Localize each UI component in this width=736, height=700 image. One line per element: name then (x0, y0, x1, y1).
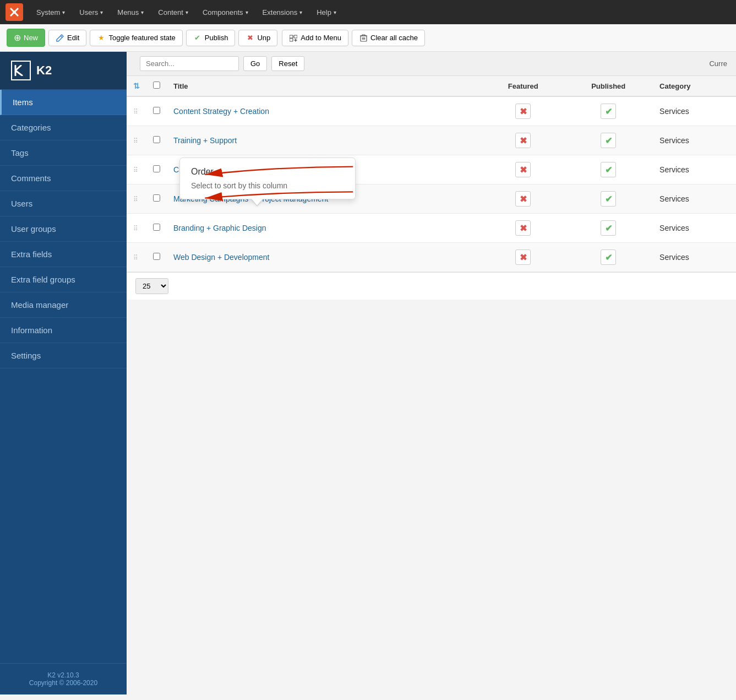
featured-status-icon[interactable]: ✖ (515, 220, 531, 236)
order-tooltip: Order Select to sort by this column (179, 158, 356, 199)
row-published: ✔ (564, 214, 653, 243)
th-published: Published (564, 76, 653, 96)
search-input[interactable] (140, 56, 239, 71)
sidebar-item-media-manager[interactable]: Media manager (0, 292, 127, 318)
caret-icon: ▾ (334, 9, 336, 15)
drag-handle-cell: ⠿ (127, 243, 146, 272)
published-status-icon[interactable]: ✔ (601, 104, 616, 119)
svg-rect-3 (294, 35, 297, 38)
nav-item-menus[interactable]: Menus ▾ (111, 5, 150, 20)
page-size-select[interactable]: 25 5 10 15 20 30 50 100 All (135, 278, 168, 294)
trash-icon (359, 34, 368, 42)
x-icon: ✖ (520, 165, 527, 175)
select-all-checkbox[interactable] (153, 82, 160, 89)
row-checkbox[interactable] (153, 136, 160, 143)
edit-button[interactable]: Edit (48, 30, 86, 46)
drag-handle-cell: ⠿ (127, 185, 146, 214)
row-title[interactable]: Content Strategy + Creation (167, 96, 482, 126)
drag-handle-cell: ⠿ (127, 126, 146, 155)
sidebar-item-categories[interactable]: Categories (0, 115, 127, 140)
new-button[interactable]: ⊕ New (7, 29, 45, 47)
sidebar-item-items[interactable]: Items (0, 90, 127, 115)
content-wrapper: Order Select to sort by this column Go R… (127, 52, 736, 300)
th-title: Title (167, 76, 482, 96)
row-published: ✔ (564, 126, 653, 155)
toolbar-row-2: Add to Menu Clear all cache (282, 30, 425, 46)
nav-items: System ▾ Users ▾ Menus ▾ Content ▾ Compo… (30, 5, 343, 20)
nav-item-help[interactable]: Help ▾ (310, 5, 343, 20)
row-checkbox[interactable] (153, 224, 160, 231)
svg-point-0 (13, 10, 16, 14)
drag-handle-icon[interactable]: ⠿ (133, 196, 137, 203)
drag-handle-icon[interactable]: ⠿ (133, 254, 137, 262)
sort-arrows-icon: ⇅ (133, 82, 140, 90)
go-button[interactable]: Go (243, 56, 267, 71)
drag-handle-icon[interactable]: ⠿ (133, 166, 137, 174)
featured-status-icon[interactable]: ✖ (515, 133, 531, 148)
row-checkbox[interactable] (153, 253, 160, 260)
row-published: ✔ (564, 185, 653, 214)
row-checkbox-cell (146, 214, 167, 243)
toggle-featured-button[interactable]: ★ Toggle featured state (90, 30, 182, 46)
check-icon: ✔ (605, 135, 612, 146)
published-status-icon[interactable]: ✔ (601, 220, 616, 236)
unpublish-label: Unp (257, 34, 270, 42)
check-icon: ✔ (605, 252, 612, 263)
row-category: Services (653, 96, 736, 126)
sidebar-nav: Items Categories Tags Comments Users Use… (0, 90, 127, 368)
published-status-icon[interactable]: ✔ (601, 191, 616, 207)
caret-icon: ▾ (141, 9, 144, 15)
title-col-label: Title (173, 82, 188, 90)
featured-status-icon[interactable]: ✖ (515, 249, 531, 265)
checkmark-icon: ✔ (193, 34, 202, 42)
drag-handle-icon[interactable]: ⠿ (133, 137, 137, 145)
drag-handle-icon[interactable]: ⠿ (133, 108, 137, 116)
row-checkbox[interactable] (153, 107, 160, 114)
clear-cache-button[interactable]: Clear all cache (352, 30, 425, 46)
sidebar-item-information[interactable]: Information (0, 318, 127, 343)
sidebar-item-extra-field-groups[interactable]: Extra field groups (0, 267, 127, 292)
row-featured: ✖ (482, 243, 564, 272)
nav-item-users[interactable]: Users ▾ (73, 5, 110, 20)
sidebar-item-users[interactable]: Users (0, 191, 127, 216)
sidebar-item-tags[interactable]: Tags (0, 140, 127, 166)
th-order: ⇅ (127, 76, 146, 96)
sidebar-item-settings[interactable]: Settings (0, 343, 127, 368)
row-title[interactable]: Web Design + Development (167, 243, 482, 272)
tooltip-title: Order (191, 167, 344, 177)
sort-order[interactable]: ⇅ (133, 82, 140, 90)
row-category: Services (653, 155, 736, 185)
row-published: ✔ (564, 96, 653, 126)
add-to-menu-button[interactable]: Add to Menu (282, 30, 348, 46)
nav-item-content[interactable]: Content ▾ (151, 5, 195, 20)
check-icon: ✔ (605, 165, 612, 175)
featured-status-icon[interactable]: ✖ (515, 191, 531, 207)
sidebar-item-comments[interactable]: Comments (0, 166, 127, 191)
featured-status-icon[interactable]: ✖ (515, 104, 531, 119)
drag-handle-icon[interactable]: ⠿ (133, 225, 137, 232)
featured-status-icon[interactable]: ✖ (515, 162, 531, 177)
nav-item-components[interactable]: Components ▾ (196, 5, 255, 20)
nav-item-extensions[interactable]: Extensions ▾ (256, 5, 309, 20)
caret-icon: ▾ (62, 9, 65, 15)
published-status-icon[interactable]: ✔ (601, 133, 616, 148)
published-col-label: Published (591, 82, 625, 90)
sidebar-item-extra-fields[interactable]: Extra fields (0, 242, 127, 267)
k2-logo-icon (11, 61, 31, 80)
publish-button[interactable]: ✔ Publish (186, 30, 236, 46)
nav-item-system[interactable]: System ▾ (30, 5, 72, 20)
published-status-icon[interactable]: ✔ (601, 162, 616, 177)
unpublish-button[interactable]: ✖ Unp (238, 30, 277, 46)
row-checkbox-cell (146, 126, 167, 155)
reset-button[interactable]: Reset (271, 56, 304, 71)
row-checkbox[interactable] (153, 194, 160, 202)
x-icon: ✖ (520, 223, 527, 234)
row-title[interactable]: Training + Support (167, 126, 482, 155)
row-published: ✔ (564, 155, 653, 185)
row-featured: ✖ (482, 126, 564, 155)
row-title[interactable]: Branding + Graphic Design (167, 214, 482, 243)
row-checkbox[interactable] (153, 165, 160, 172)
sidebar-item-user-groups[interactable]: User groups (0, 216, 127, 242)
published-status-icon[interactable]: ✔ (601, 249, 616, 265)
star-icon: ★ (97, 34, 106, 42)
